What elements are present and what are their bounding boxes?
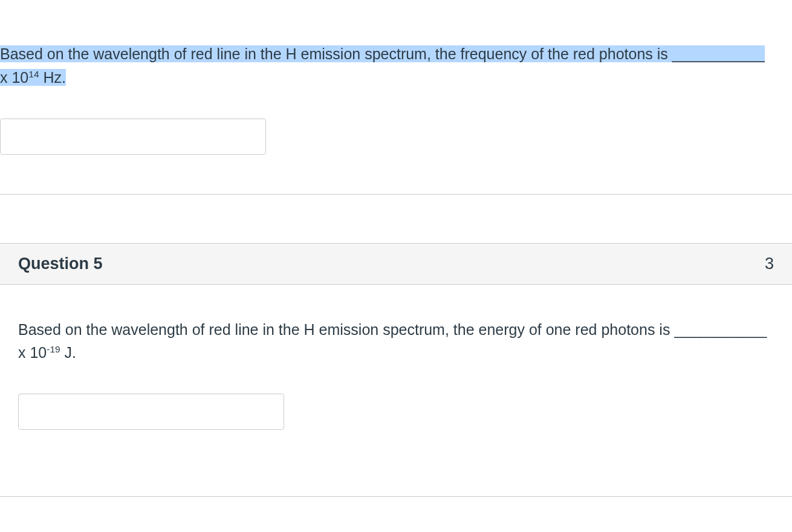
q5-exponent: -19	[47, 344, 60, 354]
question-5-bottom-divider	[0, 496, 792, 497]
question-5: Question 5 3 Based on the wavelength of …	[0, 243, 792, 498]
q5-text-2: x 10	[18, 344, 47, 361]
q4-text-1: Based on the wavelength of red line in t…	[0, 45, 672, 62]
q4-text-3: Hz.	[39, 69, 66, 86]
question-4-answer-input[interactable]	[0, 118, 266, 155]
question-5-title: Question 5	[18, 255, 103, 273]
question-5-text: Based on the wavelength of red line in t…	[18, 318, 774, 365]
question-4-text: Based on the wavelength of red line in t…	[0, 42, 774, 89]
q5-blank: ___________	[674, 321, 767, 338]
question-4-body: Based on the wavelength of red line in t…	[0, 0, 792, 195]
q5-text-1: Based on the wavelength of red line in t…	[18, 321, 674, 338]
question-5-answer-input[interactable]	[18, 394, 284, 430]
question-5-points: 3	[765, 255, 774, 273]
q4-exponent: 14	[28, 68, 39, 79]
q5-text-3: J.	[60, 344, 76, 361]
question-5-header: Question 5 3	[0, 243, 792, 285]
question-4-highlight: Based on the wavelength of red line in t…	[0, 45, 765, 86]
q4-blank: ___________	[672, 45, 765, 62]
question-5-body: Based on the wavelength of red line in t…	[0, 285, 792, 455]
q4-text-2: x 10	[0, 69, 28, 86]
